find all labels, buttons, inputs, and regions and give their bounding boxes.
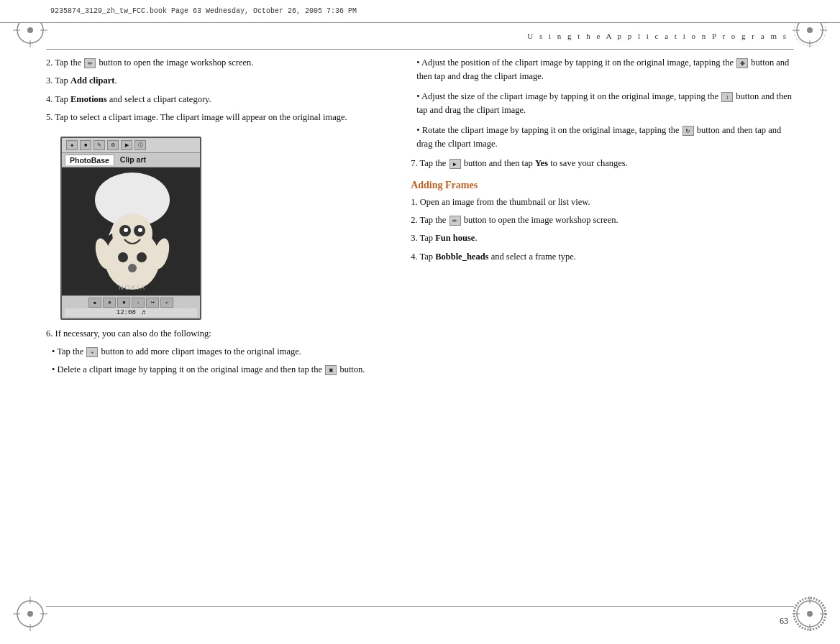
corner-mark-br (793, 597, 827, 631)
delete-icon: ✖ (325, 365, 337, 375)
step-2: 2. Tap the ✏ button to open the image wo… (46, 56, 388, 70)
phone-audio-icon: ♬ (142, 309, 145, 316)
fun-house-label: Fun house (435, 233, 475, 243)
step-5: 5. Tap to select a clipart image. The cl… (46, 111, 388, 124)
step-7: 7. Tap the ► button and then tap Yes to … (411, 157, 794, 170)
add-clipart-label: Add clipart (70, 75, 114, 86)
bullet-add-clipart: • Tap the + button to add more clipart i… (46, 345, 388, 359)
icon-folder: ■ (80, 140, 91, 150)
svg-point-35 (118, 252, 128, 262)
move-icon: ✥ (736, 58, 748, 68)
tab-clipart: Clip art (116, 155, 150, 165)
icon-b3: ✖ (117, 298, 130, 308)
save-icon: ► (449, 159, 461, 169)
svg-text:NOKIA: NOKIA (119, 284, 146, 291)
bullet-adjust-size: • Adjust the size of the clipart image b… (411, 90, 794, 118)
af-workshop-icon: ✏ (449, 216, 461, 226)
icon-info: ⓘ (134, 140, 146, 150)
workshop-icon: ✏ (84, 58, 96, 68)
phone-image-svg: NOKIA (62, 167, 201, 295)
emotions-label: Emotions (70, 94, 107, 104)
add-icon: + (86, 347, 98, 357)
bullet-rotate: • Rotate the clipart image by tapping it… (411, 124, 794, 152)
icon-b5: ↦ (146, 298, 159, 308)
bobble-heads-label: Bobble_heads (435, 252, 488, 262)
svg-point-34 (138, 228, 142, 232)
af-step-3: 3. Tap Fun house. (411, 231, 794, 245)
icon-b1: ■ (88, 298, 101, 308)
svg-point-33 (124, 228, 128, 232)
heading-rule (46, 49, 794, 50)
rotate-icon: ↻ (682, 126, 694, 136)
icon-edit: ✎ (93, 140, 105, 150)
bullet-delete-clipart: • Delete a clipart image by tapping it o… (46, 363, 388, 377)
icon-share: ▶ (121, 140, 132, 150)
icon-b6: ↵ (160, 298, 173, 308)
left-column: 2. Tap the ✏ button to open the image wo… (46, 56, 405, 601)
phone-bottom-bar: ■ ✥ ✖ ↕ ↦ ↵ 12:08 ♬ (62, 295, 200, 318)
phone-screen: ● ■ ✎ ⚙ ▶ ⓘ PhotoBase Clip art (60, 137, 201, 320)
icon-camera: ● (66, 140, 78, 150)
step-4: 4. Tap Emotions and select a clipart cat… (46, 93, 388, 106)
right-column: • Adjust the position of the clipart ima… (405, 56, 794, 601)
af-step-2: 2. Tap the ✏ button to open the image wo… (411, 213, 794, 227)
page-heading: U s i n g t h e A p p l i c a t i o n P … (0, 32, 840, 40)
phone-image-area: NOKIA (62, 167, 201, 295)
phone-toolbar: PhotoBase Clip art (62, 153, 200, 167)
svg-point-37 (128, 264, 137, 272)
page-heading-text: U s i n g t h e A p p l i c a t i o n P … (527, 32, 788, 40)
adding-frames-heading: Adding Frames (411, 180, 794, 191)
af-step-1: 1. Open an image from the thumbnail or l… (411, 196, 794, 209)
header-text: 9235874_3129_zh_tw_FCC.book Page 63 Wedn… (50, 7, 357, 15)
af-step-4: 4. Tap Bobble_heads and select a frame t… (411, 250, 794, 264)
svg-point-14 (27, 611, 33, 617)
yes-label: Yes (535, 158, 548, 168)
bottom-rule (46, 606, 794, 607)
header-bar: 9235874_3129_zh_tw_FCC.book Page 63 Wedn… (0, 0, 840, 23)
content-area: 2. Tap the ✏ button to open the image wo… (46, 56, 794, 601)
phone-top-bar: ● ■ ✎ ⚙ ▶ ⓘ (62, 138, 200, 153)
phone-top-icons: ● ■ ✎ ⚙ ▶ ⓘ (66, 140, 146, 150)
svg-point-36 (137, 252, 147, 262)
resize-icon: ↕ (721, 92, 733, 102)
svg-point-20 (807, 611, 813, 617)
step-3: 3. Tap Add clipart. (46, 74, 388, 88)
phone-screen-mockup: ● ■ ✎ ⚙ ▶ ⓘ PhotoBase Clip art (60, 137, 201, 320)
step-6: 6. If necessary, you can also do the fol… (46, 327, 388, 341)
page-number: 63 (780, 616, 788, 627)
icon-b2: ✥ (103, 298, 116, 308)
phone-status-bar: 12:08 ♬ (65, 308, 197, 317)
tab-photobase: PhotoBase (65, 155, 114, 165)
icon-b4: ↕ (132, 298, 145, 308)
bottom-icons: ■ ✥ ✖ ↕ ↦ ↵ (65, 298, 197, 308)
corner-mark-bl (13, 597, 47, 631)
phone-time: 12:08 (117, 309, 136, 316)
bullet-adjust-position: • Adjust the position of the clipart ima… (411, 56, 794, 84)
svg-point-30 (112, 213, 152, 254)
icon-tools: ⚙ (107, 140, 119, 150)
